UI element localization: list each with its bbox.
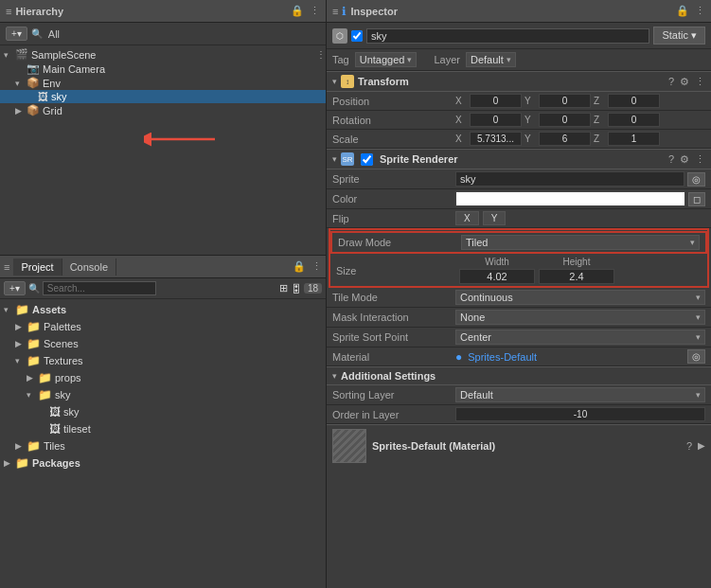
position-values: X Y Z xyxy=(455,94,705,108)
file-sky[interactable]: ▾ 🖼 sky xyxy=(0,403,326,420)
folder-assets[interactable]: ▾ 📁 Assets xyxy=(0,301,326,318)
folder-scenes[interactable]: ▶ 📁 Scenes xyxy=(0,335,326,352)
position-x-input[interactable] xyxy=(470,94,522,108)
color-row: Color ◻ xyxy=(327,189,711,209)
width-input[interactable] xyxy=(459,269,535,284)
draw-mode-dropdown[interactable]: Tiled ▾ xyxy=(461,235,700,250)
textures-folder-icon: 📁 xyxy=(27,354,41,367)
sorting-layer-dropdown[interactable]: Default ▾ xyxy=(455,387,705,402)
inspector-menu-dots-icon[interactable]: ⋮ xyxy=(695,5,705,17)
tree-arrow-env: ▾ xyxy=(15,79,27,88)
tile-mode-dropdown[interactable]: Continuous ▾ xyxy=(455,290,705,305)
size-row: Size Width Height xyxy=(330,255,707,286)
position-y-input[interactable] xyxy=(539,94,591,108)
project-filter-icon[interactable]: 🎛 xyxy=(291,283,301,294)
sprite-renderer-header[interactable]: ▾ SR Sprite Renderer ? ⚙ ⋮ xyxy=(327,149,711,169)
tab-project[interactable]: Project xyxy=(13,258,62,276)
project-toolbar: +▾ 🔍 ⊞ 🎛 18 xyxy=(0,278,326,299)
tree-arrow-grid: ▶ xyxy=(15,106,27,116)
sprite-input[interactable] xyxy=(455,171,684,187)
sky-icon: 🖼 xyxy=(38,91,48,102)
scene-menu-icon[interactable]: ⋮ xyxy=(316,49,326,60)
sorting-layer-label: Sorting Layer xyxy=(332,389,455,401)
flip-group: X Y xyxy=(455,211,506,225)
color-picker[interactable] xyxy=(455,191,685,206)
mask-dropdown[interactable]: None ▾ xyxy=(455,310,705,325)
sort-point-row: Sprite Sort Point Center ▾ xyxy=(327,328,711,347)
transform-settings-icon[interactable]: ⚙ xyxy=(680,76,689,88)
project-view-icon[interactable]: ⊞ xyxy=(279,282,288,294)
rotation-x-input[interactable] xyxy=(470,113,522,127)
hierarchy-add-button[interactable]: +▾ xyxy=(6,27,27,41)
layer-dropdown[interactable]: Default ▾ xyxy=(466,52,516,67)
packages-label: Packages xyxy=(32,457,80,469)
sprite-select-button[interactable]: ◎ xyxy=(687,172,705,187)
folder-tiles[interactable]: ▶ 📁 Tiles xyxy=(0,437,326,454)
transform-more-icon[interactable]: ⋮ xyxy=(695,76,705,88)
rotation-z-input[interactable] xyxy=(608,113,660,127)
sprite-renderer-active-checkbox[interactable] xyxy=(361,153,373,166)
order-input[interactable] xyxy=(455,407,705,421)
tag-layer-row: Tag Untagged ▾ Layer Default ▾ xyxy=(327,49,711,71)
transform-header[interactable]: ▾ ↕ Transform ? ⚙ ⋮ xyxy=(327,71,711,92)
material-info: Sprites-Default (Material) xyxy=(372,440,681,452)
file-tileset[interactable]: ▾ 🖼 tileset xyxy=(0,420,326,437)
additional-settings-header[interactable]: ▾ Additional Settings xyxy=(327,366,711,385)
gameobject-name-input[interactable] xyxy=(366,28,649,44)
tile-mode-value: Continuous xyxy=(460,292,513,303)
sky-file-icon: 🖼 xyxy=(49,405,61,419)
tree-item-maincamera[interactable]: ▾ 📷 Main Camera xyxy=(0,62,326,76)
sprite-renderer-help-icon[interactable]: ? xyxy=(668,153,674,166)
static-button[interactable]: Static ▾ xyxy=(653,27,705,45)
sprite-renderer-settings-icon[interactable]: ⚙ xyxy=(680,153,689,166)
tab-console[interactable]: Console xyxy=(62,258,116,276)
project-add-button[interactable]: +▾ xyxy=(4,281,26,295)
hierarchy-lock-icon[interactable]: 🔒 xyxy=(291,5,304,17)
height-col: Height xyxy=(539,257,614,284)
height-input[interactable] xyxy=(539,269,614,284)
hierarchy-menu-dots-icon[interactable]: ⋮ xyxy=(310,5,320,17)
scale-y-input[interactable] xyxy=(539,132,591,146)
flip-row: Flip X Y xyxy=(327,209,711,228)
mask-value: None xyxy=(460,312,485,323)
draw-mode-row: Draw Mode Tiled ▾ xyxy=(330,231,707,254)
material-select-button[interactable]: ◎ xyxy=(687,349,705,364)
tree-item-sky[interactable]: ▾ 🖼 sky xyxy=(0,90,326,103)
folder-props[interactable]: ▶ 📁 props xyxy=(0,369,326,386)
rot-y-label: Y xyxy=(524,115,536,125)
tree-item-env[interactable]: ▾ 📦 Env xyxy=(0,76,326,90)
tree-label-grid: Grid xyxy=(43,105,62,116)
folder-sky[interactable]: ▾ 📁 sky xyxy=(0,386,326,403)
material-expand-arrow[interactable]: ▶ xyxy=(698,440,705,452)
scale-x-input[interactable] xyxy=(470,132,522,146)
hierarchy-tree: ▾ 🎬 SampleScene ⋮ ▾ 📷 Main Camera xyxy=(0,45,326,255)
tag-dropdown[interactable]: Untagged ▾ xyxy=(355,52,418,67)
scene-icon: 🎬 xyxy=(15,48,28,61)
inspector-lock-icon[interactable]: 🔒 xyxy=(676,5,689,17)
tree-label-samplescene: SampleScene xyxy=(31,49,97,61)
scale-y-label: Y xyxy=(524,134,536,144)
project-lock-icon[interactable]: 🔒 xyxy=(293,260,306,273)
material-name[interactable]: Sprites-Default xyxy=(468,351,537,363)
folder-textures[interactable]: ▾ 📁 Textures xyxy=(0,352,326,369)
flip-y-button[interactable]: Y xyxy=(483,211,507,225)
folder-packages[interactable]: ▶ 📁 Packages xyxy=(0,454,326,472)
inspector-info-icon: ℹ xyxy=(342,5,347,18)
rotation-y-input[interactable] xyxy=(539,113,591,127)
color-select-button[interactable]: ◻ xyxy=(688,192,705,206)
project-search-input[interactable] xyxy=(43,281,156,295)
sort-point-dropdown[interactable]: Center ▾ xyxy=(455,330,705,345)
hierarchy-title: Hierarchy xyxy=(15,6,291,17)
transform-help-icon[interactable]: ? xyxy=(668,76,674,88)
tree-item-samplescene[interactable]: ▾ 🎬 SampleScene ⋮ xyxy=(0,47,326,62)
folder-palettes[interactable]: ▶ 📁 Palettes xyxy=(0,318,326,335)
flip-x-button[interactable]: X xyxy=(455,211,479,225)
pos-z-label: Z xyxy=(594,96,605,106)
sprite-renderer-more-icon[interactable]: ⋮ xyxy=(695,153,705,166)
project-menu-dots-icon[interactable]: ⋮ xyxy=(311,260,322,273)
scale-z-input[interactable] xyxy=(608,132,660,146)
tree-item-grid[interactable]: ▶ 📦 Grid xyxy=(0,103,326,117)
gameobject-active-checkbox[interactable] xyxy=(351,30,363,42)
material-help-icon[interactable]: ? xyxy=(686,440,692,452)
position-z-input[interactable] xyxy=(608,94,660,108)
